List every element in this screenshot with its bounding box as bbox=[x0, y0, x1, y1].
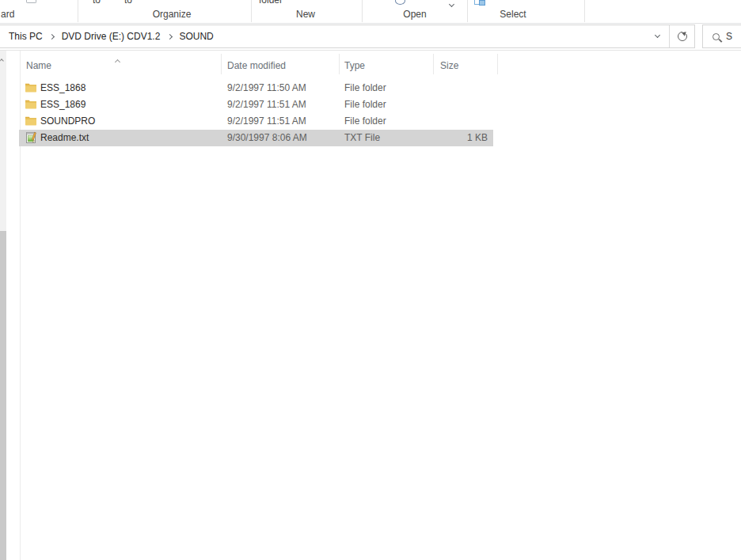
select-all-icon-fragment bbox=[474, 0, 484, 5]
nav-pane-scrollbar-track[interactable] bbox=[0, 51, 6, 560]
dropdown-chevron-fragment bbox=[450, 0, 454, 9]
chevron-down-icon bbox=[654, 32, 659, 38]
column-header-date-modified[interactable]: Date modified bbox=[227, 60, 286, 71]
file-row-ess-1869[interactable]: ESS_1869 9/2/1997 11:51 AM File folder bbox=[19, 96, 493, 113]
file-name: SOUNDPRO bbox=[40, 113, 95, 130]
text-file-icon bbox=[25, 131, 37, 144]
refresh-button[interactable] bbox=[670, 25, 694, 47]
file-name: ESS_1868 bbox=[40, 80, 86, 96]
scroll-up-arrow-icon[interactable] bbox=[0, 54, 3, 65]
column-separator[interactable] bbox=[497, 54, 498, 74]
ribbon-group-new-label: New bbox=[261, 9, 350, 20]
history-icon-fragment bbox=[395, 0, 405, 5]
ribbon-group-open-label: Open bbox=[370, 9, 459, 20]
ribbon-group-separator bbox=[362, 0, 363, 22]
file-type: File folder bbox=[344, 113, 386, 130]
breadcrumb-item-this-pc[interactable]: This PC bbox=[7, 31, 44, 42]
file-type: File folder bbox=[344, 96, 386, 113]
ribbon-group-separator bbox=[584, 0, 585, 22]
sort-ascending-icon bbox=[116, 55, 120, 66]
column-header-type[interactable]: Type bbox=[344, 60, 365, 71]
breadcrumb-chevron-icon[interactable] bbox=[44, 35, 60, 39]
file-date-modified: 9/2/1997 11:50 AM bbox=[227, 80, 306, 96]
file-row-readme-selected[interactable]: Readme.txt 9/30/1997 8:06 AM TXT File 1 … bbox=[19, 130, 493, 146]
ribbon-toolbar: to to folder ard Organize New Open Selec… bbox=[0, 0, 741, 24]
file-date-modified: 9/30/1997 8:06 AM bbox=[227, 130, 307, 146]
address-bar-row: This PC DVD Drive (E:) CDV1.2 SOUND S bbox=[0, 24, 741, 51]
breadcrumb-chevron-icon[interactable] bbox=[162, 35, 177, 39]
move-to-button-label-fragment[interactable]: to bbox=[93, 0, 101, 6]
breadcrumb: This PC DVD Drive (E:) CDV1.2 SOUND bbox=[0, 31, 645, 42]
ribbon-group-separator bbox=[78, 0, 78, 22]
file-row-soundpro[interactable]: SOUNDPRO 9/2/1997 11:51 AM File folder bbox=[19, 113, 493, 130]
new-folder-button-label-fragment[interactable]: folder bbox=[259, 0, 283, 6]
ribbon-group-select-label: Select bbox=[469, 9, 557, 20]
search-text-fragment: S bbox=[726, 31, 732, 42]
column-header-size[interactable]: Size bbox=[440, 60, 458, 71]
address-bar[interactable]: This PC DVD Drive (E:) CDV1.2 SOUND bbox=[0, 25, 695, 48]
column-separator[interactable] bbox=[221, 54, 222, 74]
refresh-icon bbox=[678, 32, 687, 41]
file-date-modified: 9/2/1997 11:51 AM bbox=[227, 96, 306, 113]
nav-pane-scrollbar-thumb[interactable] bbox=[0, 231, 6, 560]
file-row-ess-1868[interactable]: ESS_1868 9/2/1997 11:50 AM File folder bbox=[19, 80, 493, 96]
file-name: Readme.txt bbox=[40, 130, 89, 146]
ribbon-group-separator bbox=[467, 0, 468, 22]
breadcrumb-item-sound[interactable]: SOUND bbox=[177, 31, 215, 42]
column-separator[interactable] bbox=[339, 54, 340, 74]
file-date-modified: 9/2/1997 11:51 AM bbox=[227, 113, 306, 130]
file-name: ESS_1869 bbox=[40, 96, 86, 113]
search-box[interactable]: S bbox=[702, 25, 741, 48]
file-size: 1 KB bbox=[467, 130, 488, 146]
ribbon-group-organize-label: Organize bbox=[119, 9, 225, 20]
file-type: File folder bbox=[344, 80, 386, 96]
file-type: TXT File bbox=[344, 130, 380, 146]
ribbon-group-clipboard-label-fragment: ard bbox=[1, 9, 14, 20]
file-list: ESS_1868 9/2/1997 11:50 AM File folder E… bbox=[19, 80, 493, 146]
ribbon-group-separator bbox=[251, 0, 252, 22]
copy-to-button-label-fragment[interactable]: to bbox=[124, 0, 132, 6]
address-dropdown-button[interactable] bbox=[645, 25, 669, 47]
breadcrumb-item-dvd-drive[interactable]: DVD Drive (E:) CDV1.2 bbox=[60, 31, 162, 42]
folder-icon bbox=[25, 115, 37, 127]
clipboard-icon-fragment bbox=[26, 0, 36, 3]
search-icon bbox=[712, 33, 720, 40]
folder-icon bbox=[25, 81, 37, 94]
column-header-name[interactable]: Name bbox=[26, 60, 51, 71]
folder-icon bbox=[25, 98, 37, 111]
column-header-row: Name Date modified Type Size bbox=[21, 52, 511, 76]
file-explorer-window: to to folder ard Organize New Open Selec… bbox=[0, 0, 741, 560]
column-separator[interactable] bbox=[433, 54, 434, 74]
